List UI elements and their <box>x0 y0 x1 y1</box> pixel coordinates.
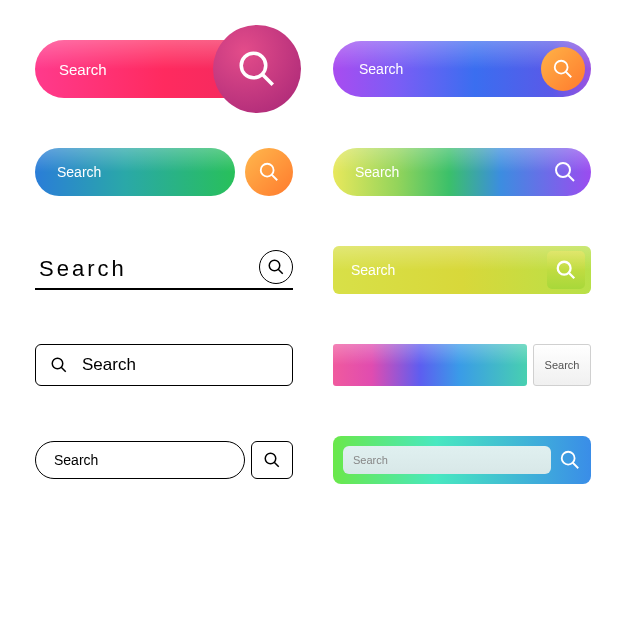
search-bar-yellow-rect[interactable]: Search <box>333 246 591 294</box>
svg-point-16 <box>562 452 575 465</box>
search-label: Search <box>355 164 399 180</box>
svg-line-5 <box>272 175 278 181</box>
search-button[interactable] <box>547 251 585 289</box>
svg-line-15 <box>274 462 279 467</box>
svg-point-12 <box>52 358 63 369</box>
search-label: Search <box>82 355 136 375</box>
svg-line-7 <box>568 175 574 181</box>
search-bar-green-box: Search <box>333 436 591 484</box>
search-icon <box>552 58 574 80</box>
svg-point-10 <box>558 262 571 275</box>
search-bar-outline-rect[interactable]: Search <box>35 344 293 386</box>
search-button-label: Search <box>545 359 580 371</box>
svg-line-13 <box>61 367 66 372</box>
search-label: Search <box>359 61 403 77</box>
search-button[interactable] <box>541 47 585 91</box>
search-bar-rainbow-pill[interactable]: Search <box>333 148 591 196</box>
search-bar-outline-pill-group: Search <box>35 441 293 479</box>
search-placeholder: Search <box>353 454 388 466</box>
search-button[interactable] <box>251 441 293 479</box>
search-bar-underline[interactable]: Search <box>35 250 293 290</box>
search-button[interactable] <box>213 25 301 113</box>
svg-point-0 <box>241 53 266 78</box>
search-label: Search <box>39 256 127 282</box>
svg-line-17 <box>573 463 579 469</box>
search-icon[interactable] <box>553 160 577 184</box>
search-label: Search <box>54 452 98 468</box>
search-bar-rainbow-group: Search <box>333 344 591 386</box>
svg-point-4 <box>261 164 274 177</box>
search-icon <box>258 161 280 183</box>
search-icon <box>50 356 68 374</box>
svg-point-2 <box>555 61 568 74</box>
search-input[interactable]: Search <box>343 446 551 474</box>
search-bar-bluegreen-pill[interactable]: Search <box>35 148 235 196</box>
search-label: Search <box>57 164 101 180</box>
svg-point-8 <box>269 260 280 271</box>
search-label: Search <box>59 61 107 78</box>
search-icon <box>555 259 577 281</box>
svg-line-3 <box>566 72 572 78</box>
svg-line-9 <box>278 269 283 274</box>
search-bar-pink-pill[interactable]: Search <box>35 40 293 98</box>
search-icon[interactable] <box>559 449 581 471</box>
search-icon <box>267 258 285 276</box>
search-bar-bluegreen-group: Search <box>35 148 293 196</box>
search-button[interactable] <box>245 148 293 196</box>
svg-line-11 <box>569 273 575 279</box>
search-label: Search <box>351 262 395 278</box>
svg-line-1 <box>262 74 273 85</box>
svg-point-14 <box>265 453 276 464</box>
search-bar-purple-pill[interactable]: Search <box>333 41 591 97</box>
search-button[interactable]: Search <box>533 344 591 386</box>
search-icon <box>263 451 281 469</box>
search-input[interactable]: Search <box>35 441 245 479</box>
search-input[interactable] <box>333 344 527 386</box>
search-button[interactable] <box>259 250 293 284</box>
svg-point-6 <box>556 163 570 177</box>
search-icon <box>236 48 278 90</box>
